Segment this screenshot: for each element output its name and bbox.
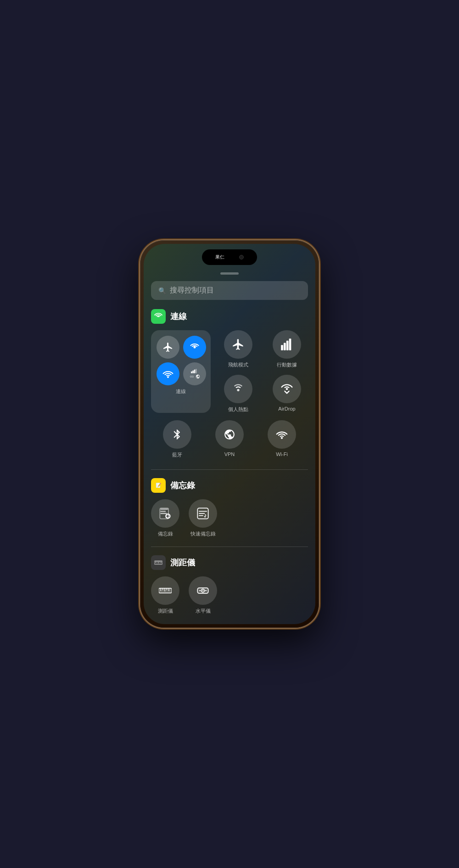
- content-area: 🔍 搜尋控制項目 連線: [144, 281, 315, 624]
- connection-title: 連線: [170, 311, 187, 322]
- airplane-icon: [162, 342, 174, 353]
- wifi-signal-icon: [154, 312, 162, 321]
- screen: 果仁 🔍 搜尋控制項目: [144, 244, 315, 624]
- hotspot-icon: [189, 342, 200, 353]
- widget-wifi2-btn[interactable]: [157, 362, 179, 385]
- level-icon: [196, 584, 209, 597]
- widget-bt-btn[interactable]: [183, 362, 206, 385]
- svg-rect-16: [161, 513, 167, 514]
- notes-header: 📝 備忘錄: [151, 478, 308, 493]
- svg-rect-9: [286, 341, 289, 350]
- notes-control: 備忘錄: [151, 499, 179, 537]
- wifi-label: Wi-Fi: [276, 451, 288, 457]
- bluetooth-label: 藍牙: [172, 451, 182, 458]
- measure-ruler-icon: [159, 586, 172, 595]
- airplane-button[interactable]: [224, 330, 252, 359]
- svg-rect-19: [166, 516, 169, 517]
- front-camera: [239, 255, 244, 259]
- search-placeholder: 搜尋控制項目: [170, 286, 214, 295]
- notes-title: 備忘錄: [170, 480, 195, 491]
- level-label: 水平儀: [196, 608, 211, 614]
- notes-icon-text: 📝: [156, 483, 161, 488]
- vpn-button[interactable]: [215, 420, 244, 449]
- notes-items: 備忘錄 快速備忘錄: [151, 499, 308, 537]
- level-button[interactable]: [189, 576, 217, 605]
- bluetooth-button[interactable]: [163, 420, 191, 449]
- svg-rect-15: [161, 511, 166, 512]
- cellular-label: 行動數據: [277, 361, 297, 368]
- quick-notes-button[interactable]: [189, 499, 217, 528]
- divider-2: [151, 547, 308, 547]
- svg-rect-7: [281, 345, 283, 350]
- measure-control: 測距儀: [151, 576, 179, 614]
- svg-rect-8: [284, 343, 286, 350]
- svg-rect-6: [196, 369, 197, 373]
- notes-section: 📝 備忘錄: [151, 478, 308, 537]
- dynamic-island-text: 果仁: [215, 254, 224, 260]
- vpn-control: VPN: [215, 420, 244, 458]
- search-bar[interactable]: 🔍 搜尋控制項目: [151, 281, 308, 300]
- quick-notes-control: 快速備忘錄: [189, 499, 217, 537]
- connectivity-widget[interactable]: 連線: [151, 330, 211, 413]
- bottom-controls: 藍牙 VPN: [151, 420, 308, 458]
- ruler-icon: [154, 560, 162, 565]
- wifi-button-icon: [276, 428, 288, 440]
- measure-title: 測距儀: [170, 557, 195, 568]
- controls-right: 飛航模式 行動: [217, 330, 308, 413]
- hotspot-button[interactable]: [224, 375, 252, 403]
- svg-rect-3: [191, 372, 192, 373]
- bluetooth-control: 藍牙: [163, 420, 191, 458]
- signal-bars-mini-icon: [191, 369, 198, 373]
- wifi-control: Wi-Fi: [268, 420, 296, 458]
- svg-point-11: [237, 389, 240, 391]
- wifi-icon: [162, 368, 174, 379]
- airplane-mode-icon: [232, 338, 245, 351]
- svg-point-12: [286, 388, 288, 390]
- hotspot-personal-icon: [232, 383, 245, 395]
- svg-point-1: [194, 346, 196, 349]
- airdrop-button[interactable]: [273, 375, 301, 403]
- notes-add-icon: [159, 507, 172, 520]
- dynamic-island: 果仁: [202, 249, 257, 265]
- divider-1: [151, 469, 308, 470]
- cellular-control: 行動數據: [266, 330, 308, 368]
- notes-section-icon: 📝: [151, 478, 166, 493]
- level-control: 水平儀: [189, 576, 217, 614]
- connection-header: 連線: [151, 309, 308, 324]
- quick-notes-icon: [196, 507, 209, 520]
- globe-mini-icon: [196, 374, 200, 379]
- widget-grid: [157, 336, 205, 385]
- measure-items: 測距儀 水平儀: [151, 576, 308, 614]
- svg-rect-14: [161, 509, 168, 510]
- connection-section: 連線: [151, 309, 308, 458]
- notes-button[interactable]: [151, 499, 179, 528]
- connection-grid: 連線 飛航模式: [151, 330, 308, 413]
- hotspot-control: 個人熱點: [217, 375, 259, 413]
- widget-airplane-btn[interactable]: [157, 336, 179, 359]
- bluetooth-icon: [171, 428, 183, 440]
- svg-point-13: [281, 437, 283, 439]
- svg-rect-10: [289, 338, 291, 350]
- svg-rect-5: [194, 370, 196, 373]
- wifi-button[interactable]: [268, 420, 296, 449]
- airdrop-control: AirDrop: [266, 375, 308, 413]
- vpn-label: VPN: [224, 451, 235, 457]
- cellular-icon: [280, 338, 293, 351]
- svg-point-36: [202, 590, 203, 591]
- notes-label: 備忘錄: [158, 530, 173, 537]
- measure-section: 測距儀: [151, 555, 308, 614]
- quick-notes-label: 快速備忘錄: [190, 530, 216, 537]
- measure-button[interactable]: [151, 576, 179, 605]
- hotspot-label: 個人熱點: [228, 406, 248, 413]
- measure-header: 測距儀: [151, 555, 308, 570]
- phone-frame: 果仁 🔍 搜尋控制項目: [140, 240, 319, 628]
- svg-rect-4: [192, 371, 194, 373]
- cellular-button[interactable]: [273, 330, 301, 359]
- widget-wifi-btn[interactable]: [183, 336, 206, 359]
- search-icon: 🔍: [158, 287, 166, 294]
- airplane-label: 飛航模式: [228, 361, 248, 368]
- pull-indicator: [220, 272, 239, 275]
- measure-section-icon: [151, 555, 166, 570]
- vpn-icon: [224, 428, 235, 440]
- connection-section-icon: [151, 309, 166, 324]
